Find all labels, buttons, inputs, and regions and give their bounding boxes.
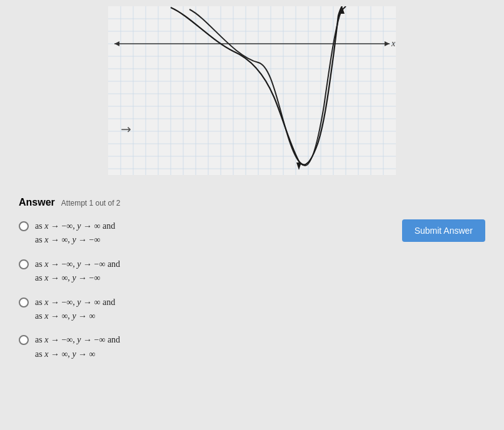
option-3-line2: as x → ∞, y → ∞: [35, 309, 115, 323]
option-2-line1: as x → −∞, y → −∞ and: [35, 258, 120, 271]
submit-button[interactable]: Submit Answer: [402, 219, 485, 242]
page-container: x: [0, 0, 504, 430]
answer-header: Answer Attempt 1 out of 2: [19, 197, 485, 208]
radio-option-2[interactable]: [19, 259, 29, 269]
option-3-text: as x → −∞, y → ∞ and as x → ∞, y → ∞: [35, 296, 115, 324]
graph-section: x: [0, 0, 504, 188]
option-4-line1: as x → −∞, y → −∞ and: [35, 333, 120, 347]
graph-wrapper: x: [108, 6, 396, 175]
option-1-line2: as x → ∞, y → −∞: [35, 233, 115, 247]
option-4[interactable]: as x → −∞, y → −∞ and as x → ∞, y → ∞: [19, 333, 390, 361]
option-1-text: as x → −∞, y → ∞ and as x → ∞, y → −∞: [35, 219, 115, 248]
option-2-text: as x → −∞, y → −∞ and as x → ∞, y → −∞: [35, 258, 120, 286]
option-3-line1: as x → −∞, y → ∞ and: [35, 296, 115, 309]
option-4-text: as x → −∞, y → −∞ and as x → ∞, y → ∞: [35, 333, 120, 361]
radio-option-4[interactable]: [19, 335, 29, 345]
svg-text:x: x: [391, 39, 396, 48]
answer-label: Answer: [19, 197, 55, 208]
answer-section: Answer Attempt 1 out of 2 as x → −∞, y →…: [0, 188, 504, 430]
option-1-line1: as x → −∞, y → ∞ and: [35, 219, 115, 233]
option-4-line2: as x → ∞, y → ∞: [35, 348, 120, 361]
option-3[interactable]: as x → −∞, y → ∞ and as x → ∞, y → ∞: [19, 296, 390, 324]
graph-svg: x: [108, 6, 396, 175]
option-1[interactable]: as x → −∞, y → ∞ and as x → ∞, y → −∞: [19, 219, 390, 248]
radio-option-3[interactable]: [19, 298, 29, 308]
svg-rect-0: [108, 6, 396, 175]
options-list: as x → −∞, y → ∞ and as x → ∞, y → −∞ as…: [19, 219, 390, 361]
attempt-text: Attempt 1 out of 2: [61, 199, 121, 208]
radio-option-1[interactable]: [19, 221, 29, 231]
option-2[interactable]: as x → −∞, y → −∞ and as x → ∞, y → −∞: [19, 258, 390, 286]
option-2-line2: as x → ∞, y → −∞: [35, 271, 120, 285]
options-and-button: as x → −∞, y → ∞ and as x → ∞, y → −∞ as…: [19, 219, 485, 361]
